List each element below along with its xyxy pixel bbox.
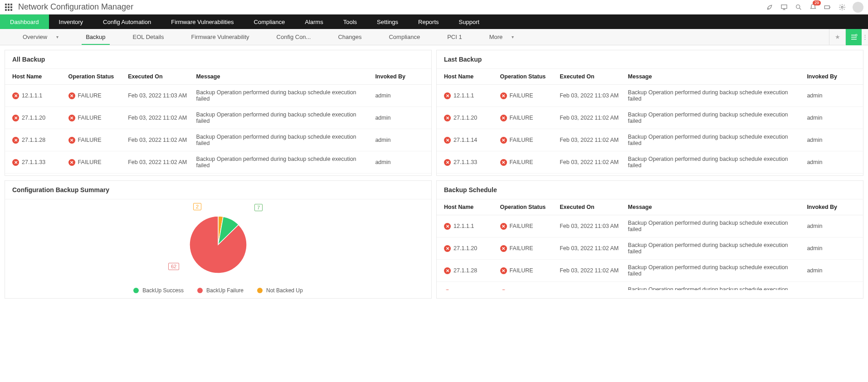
main-nav-support[interactable]: Support <box>449 15 490 29</box>
error-icon: ✕ <box>444 223 451 230</box>
col-executed[interactable]: Executed On <box>124 69 192 85</box>
error-icon: ✕ <box>500 223 507 230</box>
table-row[interactable]: ✕27.1.1.28✕FAILUREFeb 03, 2022 11:02 AMB… <box>437 260 863 282</box>
table-row[interactable]: ✕27.1.1.20✕FAILUREFeb 03, 2022 11:02 AMB… <box>437 107 863 129</box>
svg-point-1 <box>796 5 800 8</box>
svg-point-3 <box>841 6 843 8</box>
main-nav: DashboardInventoryConfig AutomationFirmw… <box>0 15 868 29</box>
col-status[interactable]: Operation Status <box>497 199 556 215</box>
subnav-overview[interactable]: Overview▾ <box>9 29 72 45</box>
search-icon[interactable] <box>795 3 803 11</box>
table-row[interactable]: ✕27.1.1.14✕FAILUREFeb 03, 2022 11:02 AMB… <box>437 129 863 151</box>
col-message[interactable]: Message <box>624 69 804 85</box>
main-nav-settings[interactable]: Settings <box>367 15 408 29</box>
subnav-firmware-vulnerability[interactable]: Firmware Vulnerability <box>177 29 263 45</box>
error-icon: ✕ <box>500 245 507 252</box>
pie-legend: BackUp SuccessBackUp FailureNot Backed U… <box>133 287 302 294</box>
col-executed[interactable]: Executed On <box>556 69 624 85</box>
table-row[interactable]: ✕12.1.1.1✕FAILUREFeb 03, 2022 11:03 AMBa… <box>5 85 431 107</box>
table-row[interactable]: ✕27.1.1.33✕FAILUREFeb 03, 2022 11:02 AMB… <box>437 151 863 174</box>
pie-label-success: 7 <box>254 204 263 211</box>
kebab-icon[interactable]: ⋮ <box>862 29 868 45</box>
message: Backup Operation performed during backup… <box>193 107 372 129</box>
host-name: 27.1.1.28 <box>22 137 45 143</box>
col-message[interactable]: Message <box>193 69 372 85</box>
error-icon: ✕ <box>444 267 451 274</box>
col-executed[interactable]: Executed On <box>556 199 624 215</box>
main-nav-firmware-vulnerabilities[interactable]: Firmware Vulnerabilities <box>161 15 244 29</box>
table-row[interactable]: ✕27.1.1.33✕FAILUREFeb 03, 2022 11:02 AMB… <box>5 151 431 174</box>
pie-chart: 62 7 2 <box>168 204 268 285</box>
panel-title: Last Backup <box>437 50 863 69</box>
message: Backup Operation performed during backup… <box>193 85 372 107</box>
bell-icon[interactable]: 29 <box>809 3 817 11</box>
col-message[interactable]: Message <box>624 199 804 215</box>
battery-icon[interactable] <box>824 3 832 11</box>
table-row[interactable]: ✕27.1.1.20✕FAILUREFeb 03, 2022 11:02 AMB… <box>437 237 863 260</box>
apps-grid-icon[interactable] <box>5 3 13 11</box>
error-icon: ✕ <box>500 137 507 144</box>
message: Backup Operation performed during backup… <box>193 129 372 151</box>
legend-item[interactable]: BackUp Success <box>133 287 184 294</box>
col-host[interactable]: Host Name <box>5 69 65 85</box>
invoked-by: admin <box>371 129 431 151</box>
table-row[interactable]: ✕27.1.1.33✕FAILUREFeb 03, 2022 11:02 AMB… <box>437 282 863 290</box>
main-nav-reports[interactable]: Reports <box>408 15 449 29</box>
panel-title: Configuration Backup Summary <box>5 181 431 199</box>
main-nav-inventory[interactable]: Inventory <box>49 15 93 29</box>
subnav-config-con-[interactable]: Config Con... <box>263 29 325 45</box>
invoked-by: admin <box>803 85 863 107</box>
star-icon[interactable]: ★ <box>829 29 845 45</box>
subnav-compliance[interactable]: Compliance <box>375 29 434 45</box>
svg-rect-2 <box>824 5 829 9</box>
invoked-by: admin <box>803 151 863 174</box>
col-host[interactable]: Host Name <box>437 199 497 215</box>
error-icon: ✕ <box>68 92 75 99</box>
table-row[interactable]: ✕27.1.1.28✕FAILUREFeb 03, 2022 11:02 AMB… <box>5 129 431 151</box>
table-row[interactable]: ✕12.1.1.1✕FAILUREFeb 03, 2022 11:03 AMBa… <box>437 85 863 107</box>
invoked-by: admin <box>371 174 431 176</box>
host-name: 12.1.1.1 <box>454 92 474 99</box>
monitor-icon[interactable] <box>780 3 788 11</box>
message: Backup Operation performed during backup… <box>193 151 372 174</box>
host-name: 27.1.1.20 <box>454 115 477 121</box>
executed-on: Feb 03, 2022 11:02 AM <box>556 282 624 290</box>
legend-item[interactable]: BackUp Failure <box>197 287 244 294</box>
host-name: 27.1.1.20 <box>22 115 45 121</box>
col-status[interactable]: Operation Status <box>497 69 556 85</box>
error-icon: ✕ <box>500 92 507 99</box>
subnav-backup[interactable]: Backup <box>72 29 119 45</box>
notification-badge: 29 <box>813 0 821 5</box>
main-nav-tools[interactable]: Tools <box>333 15 367 29</box>
col-invoked[interactable]: Invoked By <box>371 69 431 85</box>
error-icon: ✕ <box>444 92 451 99</box>
host-name: 27.1.1.28 <box>454 267 477 274</box>
message: Backup Operation performed during backup… <box>624 107 804 129</box>
executed-on: Feb 03, 2022 11:03 AM <box>124 85 192 107</box>
subnav-eol-details[interactable]: EOL Details <box>119 29 178 45</box>
error-icon: ✕ <box>444 159 451 166</box>
status-text: FAILURE <box>78 115 102 121</box>
error-icon: ✕ <box>12 115 19 121</box>
col-host[interactable]: Host Name <box>437 69 497 85</box>
col-status[interactable]: Operation Status <box>65 69 125 85</box>
subnav-changes[interactable]: Changes <box>324 29 375 45</box>
table-row[interactable]: ✕27.1.1.28✕FAILUREFeb 03, 2022 11:02 AMB… <box>437 174 863 176</box>
main-nav-dashboard[interactable]: Dashboard <box>0 15 49 29</box>
main-nav-compliance[interactable]: Compliance <box>244 15 295 29</box>
subnav-pci-1[interactable]: PCI 1 <box>434 29 476 45</box>
avatar[interactable] <box>853 2 863 13</box>
add-widget-button[interactable] <box>845 29 862 45</box>
table-row[interactable]: ✕12.1.1.1✕FAILUREFeb 03, 2022 11:03 AMBa… <box>437 215 863 237</box>
legend-item[interactable]: Not Backed Up <box>257 287 303 294</box>
table-row[interactable]: ✕27.1.1.20✕FAILUREFeb 03, 2022 11:02 AMB… <box>5 107 431 129</box>
col-invoked[interactable]: Invoked By <box>803 69 863 85</box>
main-nav-alarms[interactable]: Alarms <box>295 15 333 29</box>
table-row[interactable]: ✕27.1.1.14✕FAILUREFeb 03, 2022 11:02 AMB… <box>5 174 431 176</box>
error-icon: ✕ <box>12 137 19 144</box>
main-nav-config-automation[interactable]: Config Automation <box>93 15 161 29</box>
rocket-icon[interactable] <box>766 3 774 11</box>
subnav-more[interactable]: More▾ <box>476 29 528 45</box>
gear-icon[interactable] <box>838 3 846 11</box>
col-invoked[interactable]: Invoked By <box>803 199 863 215</box>
